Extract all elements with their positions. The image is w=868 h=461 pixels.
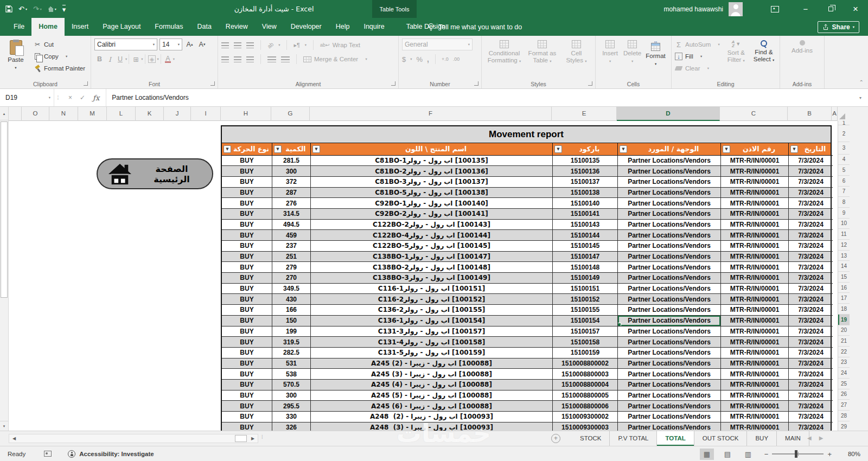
align-middle-icon[interactable]	[234, 42, 241, 48]
cell-quantity[interactable]: 330	[272, 412, 311, 422]
save-icon[interactable]	[5, 5, 12, 12]
row-header[interactable]: 21	[838, 336, 850, 347]
sheet-tab[interactable]: P.V TOTAL	[610, 431, 657, 446]
cell-product-name[interactable]: ⁦C81BO-1⁩⁧رولر⁩ - ⁧رول⁩ ⁧اب⁩ ⁦[100135]⁩	[311, 156, 553, 167]
cell-barcode[interactable]: 1510009300003	[553, 422, 618, 431]
accessibility-icon[interactable]	[68, 450, 75, 458]
format-painter-button[interactable]: Format Painter	[34, 62, 85, 74]
find-select-button[interactable]: Find &Select ▾	[751, 39, 776, 79]
cell-barcode[interactable]: 15100144	[553, 230, 618, 241]
cell-movement-type[interactable]: BUY	[222, 177, 272, 188]
row-header[interactable]: 10	[838, 219, 850, 229]
cell-barcode[interactable]: 15100137	[553, 177, 618, 188]
cell-movement-type[interactable]: BUY	[222, 390, 272, 401]
cell-permit-number[interactable]: MTR-R/IN/00001	[721, 188, 789, 199]
cell-barcode[interactable]: 15100157	[553, 326, 618, 337]
cell-date[interactable]: 7/3/2024	[789, 166, 833, 177]
select-all-corner[interactable]	[838, 107, 850, 121]
text-direction-icon[interactable]: ▸¶	[293, 42, 299, 49]
cell-vendor[interactable]: Partner Locations/Vendors	[618, 390, 721, 401]
formula-input[interactable]: Partner Locations/Vendors	[106, 89, 853, 106]
cell-product-name[interactable]: ⁦A248 (2)⁩ - ⁧زيبرا⁩ - ⁧رول⁩ ⁧اب⁩ ⁦[1000…	[311, 412, 553, 422]
cell-vendor[interactable]: Partner Locations/Vendors	[618, 358, 721, 369]
column-header[interactable]: J	[164, 107, 191, 121]
cell-vendor[interactable]: Partner Locations/Vendors	[618, 241, 721, 252]
row-header[interactable]: 6	[838, 176, 850, 187]
cell-permit-number[interactable]: MTR-R/IN/00001	[721, 316, 789, 326]
cell-product-name[interactable]: ⁦C81BO-5⁩⁧رولر⁩ - ⁧رول⁩ ⁧اب⁩ ⁦[100138]⁩	[311, 188, 553, 199]
cell-barcode[interactable]: 15100155	[553, 305, 618, 316]
row-header[interactable]: 26	[838, 389, 850, 400]
cell-product-name[interactable]: ⁦C122BO-4⁩⁧رولر⁩ - ⁧رول⁩ ⁧اب⁩ ⁦[100144]⁩	[311, 230, 553, 241]
tab-nav-left-icon[interactable]: ◀	[807, 435, 812, 441]
ribbon-tab[interactable]: Formulas	[148, 18, 190, 36]
sheet-tab[interactable]: OUT STOCK	[694, 431, 748, 446]
cell-quantity[interactable]: 281.5	[272, 156, 311, 167]
insert-function-icon[interactable]: ƒx	[93, 94, 99, 102]
filter-button[interactable]: ▼	[723, 145, 730, 153]
cell-date[interactable]: 7/3/2024	[789, 326, 833, 337]
dialog-launcher-icon[interactable]	[210, 81, 215, 86]
row-header[interactable]: 25	[838, 379, 850, 389]
collapse-ribbon-icon[interactable]: ⌃	[859, 79, 864, 85]
cell-quantity[interactable]: 237	[272, 241, 311, 252]
fill-color-icon[interactable]: ◈	[147, 54, 157, 65]
column-header[interactable]: C	[720, 107, 788, 121]
cell-permit-number[interactable]: MTR-R/IN/00001	[721, 166, 789, 177]
cell-permit-number[interactable]: MTR-R/IN/00001	[721, 220, 789, 230]
cell-permit-number[interactable]: MTR-R/IN/00001	[721, 241, 789, 252]
splitter-handle[interactable]: ⁞	[261, 434, 264, 440]
cell-permit-number[interactable]: MTR-R/IN/00001	[721, 401, 789, 412]
cell-quantity[interactable]: 538	[272, 369, 311, 380]
orientation-icon[interactable]: ab	[266, 41, 275, 49]
row-header[interactable]: 19	[838, 315, 850, 325]
ribbon-tab[interactable]: Data	[190, 18, 218, 36]
zoom-slider-thumb[interactable]	[795, 450, 797, 458]
cell-date[interactable]: 7/3/2024	[789, 262, 833, 273]
insert-cells-button[interactable]: Insert▾	[599, 39, 621, 79]
cell-movement-type[interactable]: BUY	[222, 284, 272, 294]
cell-quantity[interactable]: 279	[272, 262, 311, 273]
cell-movement-type[interactable]: BUY	[222, 337, 272, 348]
cell-permit-number[interactable]: MTR-R/IN/00001	[721, 177, 789, 188]
cell-vendor[interactable]: Partner Locations/Vendors	[618, 348, 721, 358]
cell-date[interactable]: 7/3/2024	[789, 220, 833, 230]
cell-permit-number[interactable]: MTR-R/IN/00001	[721, 252, 789, 262]
cell-movement-type[interactable]: BUY	[222, 348, 272, 358]
column-header[interactable]: O	[22, 107, 49, 121]
currency-icon[interactable]: $	[402, 55, 406, 63]
cell-product-name[interactable]: ⁦C122BO-2⁩⁧رولر⁩ - ⁧رول⁩ ⁧اب⁩ ⁦[100143]⁩	[311, 220, 553, 230]
cell-quantity[interactable]: 199	[272, 326, 311, 337]
increase-font-icon[interactable]: A▴	[184, 39, 195, 50]
bold-button[interactable]: B	[94, 54, 105, 65]
macro-record-icon[interactable]	[44, 451, 52, 457]
column-header[interactable]: H	[221, 107, 271, 121]
column-header[interactable]: F	[310, 107, 552, 121]
cell-permit-number[interactable]: MTR-R/IN/00001	[721, 209, 789, 220]
decrease-indent-icon[interactable]	[281, 56, 290, 62]
percent-icon[interactable]: %	[417, 55, 423, 63]
cell-vendor[interactable]: Partner Locations/Vendors	[618, 284, 721, 294]
cell-date[interactable]: 7/3/2024	[789, 252, 833, 262]
ribbon-tab[interactable]: Help	[329, 18, 357, 36]
cell-movement-type[interactable]: BUY	[222, 316, 272, 326]
cell-vendor[interactable]: Partner Locations/Vendors	[618, 326, 721, 337]
cell-permit-number[interactable]: MTR-R/IN/00001	[721, 230, 789, 241]
row-header[interactable]: 23	[838, 357, 850, 368]
redo-button[interactable]: ↷▾	[33, 5, 42, 12]
minimize-button[interactable]: −	[793, 0, 818, 18]
cell-date[interactable]: 7/3/2024	[789, 209, 833, 220]
font-size-select[interactable]: 14▾	[159, 39, 182, 50]
cell-barcode[interactable]: 15100143	[553, 220, 618, 230]
merge-center-button[interactable]: Merge & Center ▾	[303, 56, 367, 62]
name-box[interactable]: D19▾	[0, 89, 54, 106]
cell-date[interactable]: 7/3/2024	[789, 390, 833, 401]
cell-quantity[interactable]: 287	[272, 188, 311, 199]
cell-barcode[interactable]: 1510009300002	[553, 412, 618, 422]
cell-movement-type[interactable]: BUY	[222, 358, 272, 369]
cell-quantity[interactable]: 276	[272, 198, 311, 209]
cell-quantity[interactable]: 494.5	[272, 220, 311, 230]
cell-vendor[interactable]: Partner Locations/Vendors	[618, 316, 721, 326]
column-header[interactable]: A	[832, 107, 838, 121]
cell-movement-type[interactable]: BUY	[222, 412, 272, 422]
